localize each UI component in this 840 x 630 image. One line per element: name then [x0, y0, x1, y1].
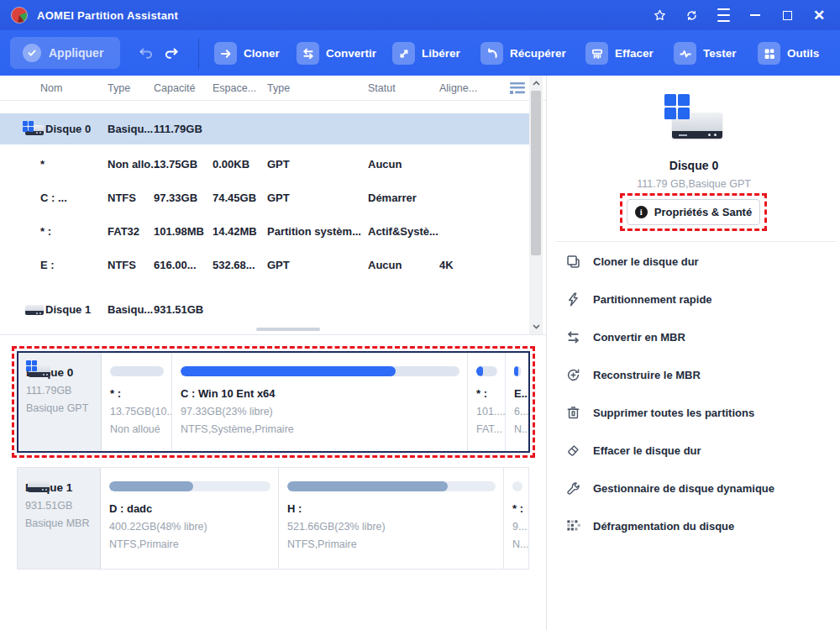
usage-bar: [512, 481, 522, 491]
sidebar: Disque 0 111.79 GB,Basique GPT i Proprié…: [546, 76, 840, 630]
table-row-disque-0[interactable]: Disque 0 Basiqu... 111.79GB: [0, 113, 529, 144]
partition-label: * :: [476, 387, 497, 400]
action-wipe-disk[interactable]: Effacer le disque dur: [547, 432, 840, 470]
action-rebuild-mbr[interactable]: Reconstruire le MBR: [547, 356, 840, 394]
disk0-info-block[interactable]: Disque 0 111.79GB Basique GPT: [18, 353, 102, 451]
toolbar-button-effacer[interactable]: Effacer: [585, 42, 654, 65]
table-row-c[interactable]: C : ... NTFS 97.33GB 74.45GB GPT Démarre…: [0, 181, 529, 214]
clone-icon: [565, 254, 581, 270]
toolbar-button-recuperer[interactable]: Récupérer: [480, 42, 566, 65]
column-header-type[interactable]: Type: [108, 82, 130, 94]
cell-capacite: 97.33GB: [154, 181, 197, 214]
scroll-up-icon[interactable]: [529, 77, 543, 89]
scroll-down-icon[interactable]: [529, 321, 543, 333]
cell-nom: Disque 0: [45, 113, 91, 144]
cell-espace: 14.42MB: [213, 214, 257, 248]
partition-size: 400.22GB(48% libre): [109, 521, 270, 533]
toolbar-button-cloner[interactable]: Cloner: [214, 42, 280, 65]
cell-nom: C : ...: [40, 181, 67, 214]
maximize-button[interactable]: [776, 4, 798, 26]
partition-block-system[interactable]: * : 101.... FAT...: [468, 353, 506, 451]
rebuild-icon: [565, 367, 581, 383]
titlebar: AOMEI Partition Assistant ✕: [0, 0, 840, 30]
action-quick-partition[interactable]: Partitionnement rapide: [547, 281, 840, 318]
vertical-scrollbar[interactable]: [529, 76, 543, 334]
properties-health-button[interactable]: i Propriétés & Santé: [627, 199, 760, 225]
horizontal-scrollbar[interactable]: [256, 328, 320, 331]
cell-type2: GPT: [267, 248, 290, 281]
partition-block-c[interactable]: C : Win 10 Ent x64 97.33GB(23% libre) NT…: [172, 353, 468, 451]
undo-icon[interactable]: [137, 44, 157, 64]
cell-type: NTFS: [108, 181, 136, 214]
column-header-statut[interactable]: Statut: [368, 82, 396, 94]
cell-capacite: 13.75GB: [154, 147, 197, 181]
disk-style: Basique GPT: [26, 402, 97, 414]
lightning-icon: [565, 291, 581, 307]
action-disk-defrag[interactable]: Défragmentation du disque: [547, 507, 840, 545]
partition-label: * :: [110, 387, 164, 400]
partition-fs: NTFS,Primaire: [109, 538, 270, 550]
pulse-icon: [674, 42, 696, 65]
column-header-type2[interactable]: Type: [267, 82, 290, 94]
partition-block-small[interactable]: * : 9... N...: [504, 468, 528, 569]
table-row-unallocated[interactable]: * Non allo... 13.75GB 0.00KB GPT Aucun: [0, 147, 529, 181]
cell-statut: Actif&Systè...: [368, 214, 438, 248]
disk0-selection-outline: Disque 0 111.79GB Basique GPT * : 13.75G…: [12, 346, 535, 458]
toolbar-button-outils[interactable]: Outils: [758, 42, 819, 65]
partition-block-h[interactable]: H : 521.66GB(23% libre) NTFS,Primaire: [279, 468, 504, 569]
cell-nom: Disque 1: [45, 292, 91, 326]
cell-type2: Partition systèm...: [267, 214, 361, 248]
column-header-nom[interactable]: Nom: [40, 82, 62, 94]
defrag-icon: [565, 518, 581, 534]
list-view-icon[interactable]: [509, 81, 526, 98]
disk-style: Basique MBR: [25, 517, 97, 529]
redo-icon[interactable]: [162, 44, 182, 64]
cell-nom: * :: [40, 214, 51, 248]
sync-icon[interactable]: [680, 4, 702, 26]
column-header-aligne[interactable]: Aligne...: [439, 82, 477, 94]
window-controls: ✕: [643, 0, 835, 30]
cell-statut: Démarrer: [368, 181, 417, 214]
partition-block-unallocated[interactable]: * : 13.75GB(10... Non alloué: [102, 353, 172, 451]
partition-block-d[interactable]: D : dadc 400.22GB(48% libre) NTFS,Primai…: [101, 468, 279, 569]
partition-label: E..: [514, 387, 521, 400]
toolbar-button-convertir[interactable]: Convertir: [297, 42, 376, 65]
grid-icon: [758, 42, 780, 65]
partition-size: 9...: [512, 521, 521, 533]
minimize-button[interactable]: [744, 4, 766, 26]
cell-type2: GPT: [267, 181, 290, 214]
disk1-info-block[interactable]: Disque 1 931.51GB Basique MBR: [18, 468, 101, 569]
column-header-espace[interactable]: Espace...: [213, 82, 256, 94]
usage-bar: [287, 481, 496, 491]
sidebar-divider: [555, 241, 837, 242]
disk-size: 111.79GB: [26, 385, 97, 396]
action-convert-mbr[interactable]: Convertir en MBR: [547, 318, 840, 356]
usage-bar: [476, 366, 497, 376]
cell-espace: 0.00KB: [213, 147, 249, 181]
toolbar-button-liberer[interactable]: Libérer: [392, 42, 460, 65]
convert-icon: [565, 329, 581, 345]
column-header-capacite[interactable]: Capacité: [154, 82, 195, 94]
sidebar-disk-name: Disque 0: [547, 159, 840, 172]
cell-espace: 532.68...: [213, 248, 255, 281]
action-clone-disk[interactable]: Cloner le disque dur: [547, 243, 840, 281]
apply-button[interactable]: Appliquer: [10, 37, 120, 69]
clone-arrow-icon: [214, 42, 237, 65]
menu-icon[interactable]: [712, 4, 734, 26]
toolbar-button-tester[interactable]: Tester: [674, 42, 737, 65]
close-button[interactable]: ✕: [808, 4, 830, 26]
eraser-icon: [565, 443, 581, 459]
table-row-e[interactable]: E : NTFS 616.00... 532.68... GPT Aucun 4…: [0, 248, 529, 281]
action-delete-all-partitions[interactable]: Supprimer toutes les partitions: [547, 394, 840, 432]
partition-block-e[interactable]: E.. 6... N...: [506, 353, 528, 451]
trash-icon: [565, 405, 581, 421]
properties-health-label: Propriétés & Santé: [654, 206, 752, 218]
table-row-system-partition[interactable]: * : FAT32 101.98MB 14.42MB Partition sys…: [0, 214, 529, 248]
disk-size: 931.51GB: [25, 500, 97, 512]
disk-illustration: [664, 94, 723, 141]
cell-capacite: 111.79GB: [154, 113, 202, 144]
action-dynamic-disk-manager[interactable]: Gestionnaire de disque dynamique: [547, 470, 840, 507]
favorite-star-icon[interactable]: [648, 4, 670, 26]
scrollbar-thumb[interactable]: [531, 91, 541, 255]
table-row-disque-1[interactable]: Disque 1 Basiqu... 931.51GB: [0, 292, 529, 326]
